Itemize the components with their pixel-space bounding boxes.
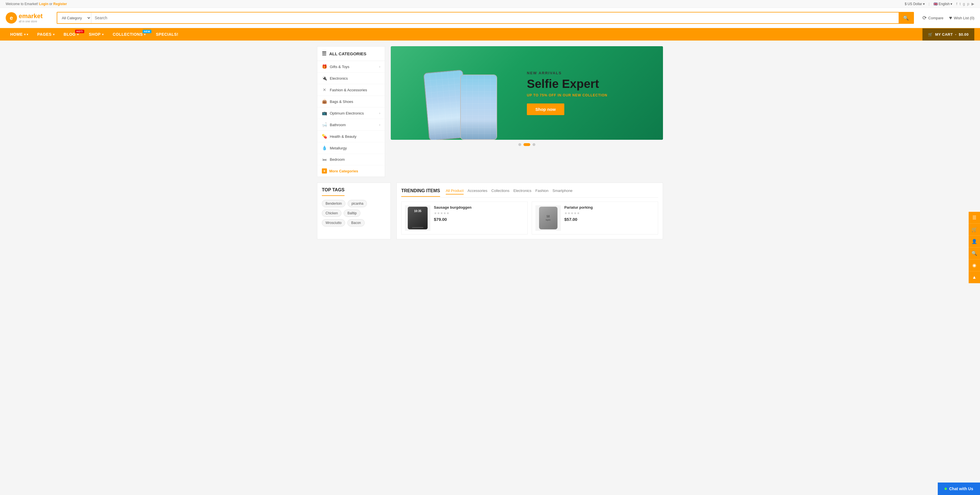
logo[interactable]: e emarket all in one store (6, 12, 51, 24)
product-price-1: $79.00 (434, 217, 524, 222)
top-bar-right: $ US Dollar ▾ | 🇬🇧 English ▾ f t g p ▶ (905, 2, 974, 6)
category-item-electronics[interactable]: 🔌 Electronics (317, 73, 385, 84)
category-item-gifts-toys[interactable]: 🎁 Gifts & Toys › (317, 61, 385, 73)
category-item-bedroom[interactable]: 🛏 Bedroom (317, 154, 385, 165)
nav-item-blog[interactable]: Hot! BLOG ▾ (59, 28, 84, 41)
language-selector[interactable]: 🇬🇧 English ▾ (934, 2, 952, 6)
social-icons: f t g p ▶ (956, 2, 974, 6)
bathroom-icon: 🛁 (322, 122, 327, 127)
banner-dot-1[interactable] (519, 143, 521, 146)
wishlist-link[interactable]: ♥ Wish List (0) (949, 15, 974, 21)
cart-icon: 🛒 (928, 32, 933, 37)
fashion-icon: ✕ (322, 88, 327, 92)
products-grid: 10:35 Sausage burgdoggen ★★★★★ $79.00 58… (401, 202, 658, 234)
header-actions: ⟳ Compare ♥ Wish List (0) (923, 15, 974, 21)
tag-benderloin[interactable]: Benderloin (322, 200, 345, 207)
nav-badge-new: New (143, 30, 151, 33)
float-sidebar: ☰ 🛒 👤 🔍 ◉ ▲ (969, 212, 980, 245)
banner-text: NEW ARRIVALS Selfie Expert UP TO 75% OFF… (521, 62, 663, 124)
top-tags-title: TOP TAGS (322, 188, 345, 196)
cart-button[interactable]: 🛒 MY CART - $0.00 (923, 29, 974, 41)
search-category-select[interactable]: All Category (57, 13, 91, 23)
tab-collections[interactable]: Collections (492, 188, 509, 194)
health-icon: 💊 (322, 134, 327, 139)
top-bar: Welcome to Emarket! Login or Register $ … (0, 0, 980, 8)
product-card-1: 10:35 Sausage burgdoggen ★★★★★ $79.00 (401, 202, 528, 234)
or-text: or (49, 2, 52, 6)
category-item-fashion[interactable]: ✕ Fashion & Accessories (317, 84, 385, 96)
category-item-metallurgy[interactable]: 💧 Metallurgy (317, 142, 385, 154)
product-info-1: Sausage burgdoggen ★★★★★ $79.00 (434, 205, 524, 222)
trending-items-panel: TRENDING ITEMS All Product Accessories C… (396, 183, 663, 239)
category-item-bathroom[interactable]: 🛁 Bathroom › (317, 119, 385, 131)
google-icon[interactable]: g (963, 2, 965, 6)
banner-dot-3[interactable] (533, 143, 535, 146)
chevron-down-icon: ▾ (53, 33, 55, 36)
tag-chicken[interactable]: Chicken (322, 210, 341, 217)
banner-dots (391, 140, 663, 150)
currency-selector[interactable]: $ US Dollar ▾ (905, 2, 924, 6)
tab-electronics[interactable]: Electronics (513, 188, 531, 194)
search-input[interactable] (91, 13, 899, 23)
nav-item-shop[interactable]: SHOP ▾ (84, 28, 108, 41)
search-bar: All Category 🔍 (57, 12, 914, 24)
chevron-down-icon: ▾ (144, 33, 146, 36)
main-content: ☰ ALL CATEGORIES 🎁 Gifts & Toys › 🔌 Elec… (311, 41, 669, 183)
float-account-button[interactable]: 👤 (969, 236, 980, 245)
tab-all-product[interactable]: All Product (446, 188, 464, 194)
tab-accessories[interactable]: Accessories (468, 188, 487, 194)
plus-icon: + (322, 169, 327, 173)
twitter-icon[interactable]: t (959, 2, 961, 6)
product-stars-2: ★★★★★ (564, 211, 654, 215)
more-categories-button[interactable]: + More Categories (317, 165, 385, 177)
facebook-icon[interactable]: f (956, 2, 957, 6)
phone-front (460, 75, 497, 140)
tag-balltip[interactable]: Balltip (344, 210, 360, 217)
tab-fashion[interactable]: Fashion (535, 188, 549, 194)
tv-icon: 📺 (322, 111, 327, 116)
nav-item-collections[interactable]: New COLLECTIONS ▾ (108, 28, 151, 41)
login-link[interactable]: Login (39, 2, 48, 6)
category-item-optimum-electronics[interactable]: 📺 Optimum Electronics › (317, 107, 385, 119)
chevron-right-icon: › (379, 65, 380, 68)
banner-dot-2[interactable] (523, 143, 530, 146)
bottom-section: TOP TAGS Benderloin picanha Chicken Ball… (311, 183, 669, 245)
tag-picanha[interactable]: picanha (348, 200, 367, 207)
product-info-2: Pariatur porking ★★★★★ $57.00 (564, 205, 654, 222)
chevron-down-icon: ▾ (77, 33, 79, 36)
welcome-text: Welcome to Emarket! (6, 2, 38, 6)
bag-icon: 👜 (322, 99, 327, 104)
nav-item-home[interactable]: HOME ▾ (6, 28, 33, 41)
categories-header: ☰ ALL CATEGORIES (317, 46, 385, 61)
float-cart-button[interactable]: 🛒 (969, 224, 980, 236)
nav-item-specials[interactable]: SPECIALS! (151, 28, 183, 41)
banner-phones (391, 46, 521, 140)
product-card-2: 58bpm Pariatur porking ★★★★★ $57.00 (532, 202, 658, 234)
menu-icon: ☰ (322, 51, 326, 57)
banner-subtitle: NEW ARRIVALS (527, 71, 652, 75)
tag-wrosciutto[interactable]: Wrosciutto (322, 219, 345, 226)
search-button[interactable]: 🔍 (899, 13, 913, 23)
tab-smartphone[interactable]: Smartphone (552, 188, 573, 194)
logo-text: emarket all in one store (19, 13, 43, 23)
category-item-bags[interactable]: 👜 Bags & Shoes (317, 96, 385, 107)
trending-tabs: All Product Accessories Collections Elec… (446, 188, 573, 194)
nav-item-pages[interactable]: PAGES ▾ (33, 28, 59, 41)
logo-brand: emarket (19, 13, 43, 19)
product-name-2: Pariatur porking (564, 205, 654, 210)
product-image-1: 10:35 (405, 205, 430, 231)
phone-product-image: 10:35 (408, 207, 428, 229)
trending-header: TRENDING ITEMS All Product Accessories C… (401, 188, 658, 197)
youtube-icon[interactable]: ▶ (972, 2, 974, 6)
banner-cta-button[interactable]: Shop now (527, 103, 564, 115)
register-link[interactable]: Register (53, 2, 67, 6)
tag-bacon[interactable]: Bacon (347, 219, 364, 226)
category-item-health-beauty[interactable]: 💊 Health & Beauty (317, 131, 385, 142)
compare-link[interactable]: ⟳ Compare (923, 15, 943, 21)
pinterest-icon[interactable]: p (967, 2, 969, 6)
categories-sidebar: ☰ ALL CATEGORIES 🎁 Gifts & Toys › 🔌 Elec… (317, 46, 385, 177)
banner-description: UP TO 75% OFF IN OUR NEW COLLECTION (527, 93, 652, 97)
float-menu-button[interactable]: ☰ (969, 212, 980, 224)
product-image-2: 58bpm (535, 205, 561, 231)
metallurgy-icon: 💧 (322, 145, 327, 151)
